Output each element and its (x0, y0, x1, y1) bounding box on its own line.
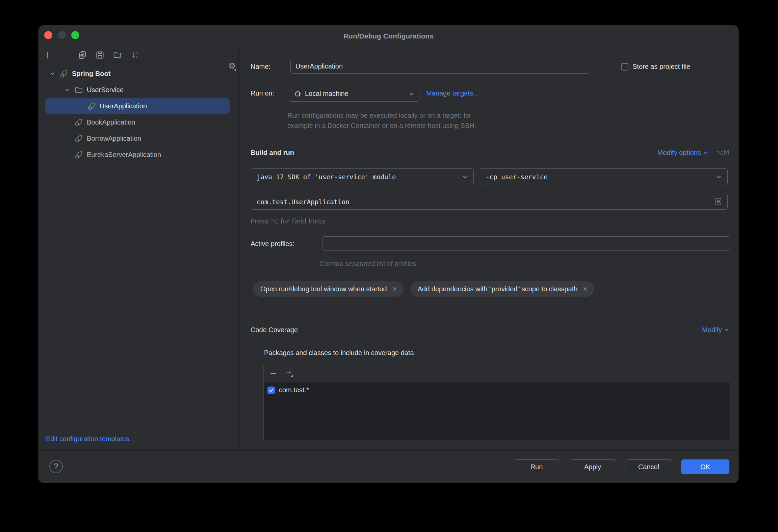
coverage-pattern-row: com.test.* (264, 382, 730, 394)
chevron-down-icon[interactable] (49, 70, 56, 77)
name-label: Name: (251, 63, 270, 71)
store-as-project-file-label: Store as project file (632, 63, 690, 71)
tree-item-label: UserService (87, 86, 124, 94)
tree-item-label: BookApplication (87, 118, 135, 126)
pattern-label[interactable]: com.test.* (279, 386, 309, 394)
configurations-tree: Spring Boot UserService (38, 65, 238, 427)
spring-boot-icon (74, 150, 83, 159)
edit-configuration-templates-link[interactable]: Edit configuration templates... (46, 435, 135, 443)
footer-buttons: Run Apply Cancel OK (513, 459, 729, 474)
active-profiles-input[interactable] (322, 236, 730, 251)
chip-add-provided-dependencies: Add dependencies with “provided” scope t… (410, 281, 595, 297)
spring-boot-icon (59, 69, 69, 78)
tree-item-borrowapplication[interactable]: BorrowApplication (38, 130, 238, 147)
option-chips: Open run/debug tool window when started … (253, 281, 594, 297)
store-as-project-file-checkbox[interactable] (621, 63, 628, 71)
chevron-down-icon (702, 150, 708, 156)
gear-icon[interactable]: ⚙ (228, 61, 236, 71)
chevron-down-icon (716, 174, 722, 180)
tree-item-label: UserApplication (100, 102, 147, 110)
home-icon (294, 90, 302, 98)
new-folder-icon[interactable] (113, 50, 122, 60)
field-hints-tip: Press ⌥ for field hints (251, 217, 325, 225)
remove-icon[interactable] (60, 50, 70, 60)
tree-item-label: Spring Boot (72, 70, 110, 78)
close-icon[interactable] (582, 286, 588, 292)
code-coverage-header-row: Code Coverage Modify (251, 325, 729, 335)
jdk-detail: SDK of 'user-service' module (288, 173, 396, 181)
run-on-label: Run on: (251, 89, 274, 97)
run-button[interactable]: Run (513, 459, 560, 474)
chevron-down-icon (408, 91, 414, 97)
cancel-button[interactable]: Cancel (625, 459, 672, 474)
help-button[interactable]: ? (49, 460, 63, 473)
spring-boot-icon (87, 102, 96, 111)
run-on-value: Local machine (305, 90, 348, 98)
chevron-down-icon[interactable] (63, 86, 71, 94)
coverage-modify-link[interactable]: Modify (702, 326, 729, 334)
store-as-project-file: Store as project file (621, 63, 690, 71)
coverage-table: com.test.* (263, 365, 730, 441)
run-on-dropdown[interactable]: Local machine (289, 86, 419, 102)
run-on-hint: Run configurations may be executed local… (287, 110, 476, 131)
manage-targets-link[interactable]: Manage targets... (426, 89, 479, 97)
tree-item-userservice[interactable]: UserService (38, 82, 238, 98)
dialog-title: Run/Debug Configurations (38, 25, 738, 48)
apply-button[interactable]: Apply (569, 459, 616, 474)
coverage-table-toolbar (264, 365, 730, 382)
tree-item-eurekaserverapplication[interactable]: EurekaServerApplication (38, 147, 238, 163)
pattern-checkbox[interactable] (267, 387, 275, 394)
chip-open-tool-window: Open run/debug tool window when started (253, 281, 404, 297)
ok-button[interactable]: OK (681, 459, 729, 474)
remove-pattern-icon[interactable] (269, 369, 278, 378)
browse-class-icon[interactable] (715, 197, 722, 206)
tree-item-userapplication[interactable]: UserApplication (38, 98, 238, 114)
build-and-run-header-row: Build and run Modify options ⌥M (251, 148, 729, 158)
add-icon[interactable] (43, 50, 52, 60)
dialog-footer: ? Run Apply Cancel OK (38, 450, 738, 483)
cp-prefix: -cp (486, 173, 497, 181)
cp-value: user-service (501, 173, 547, 181)
chip-label: Open run/debug tool window when started (260, 285, 387, 293)
classpath-dropdown[interactable]: -cp user-service (480, 168, 728, 185)
spring-boot-icon (74, 134, 83, 143)
tree-item-bookapplication[interactable]: BookApplication (38, 114, 238, 130)
coverage-packages-label: Packages and classes to include in cover… (264, 349, 414, 357)
coverage-packages-row: Packages and classes to include in cover… (264, 348, 729, 358)
separator (304, 330, 696, 330)
modify-options-shortcut: ⌥M (716, 149, 729, 157)
configuration-form: Name: Store as project file ⚙ Run on: Lo… (239, 48, 738, 450)
chip-label: Add dependencies with “provided” scope t… (418, 285, 578, 293)
active-profiles-hint: Comma separated list of profiles (319, 260, 416, 268)
sidebar-toolbar: a z (38, 48, 238, 62)
chevron-down-icon (462, 174, 468, 180)
tree-item-label: BorrowApplication (87, 135, 141, 142)
separator (420, 353, 729, 353)
coverage-pattern-list: com.test.* (264, 382, 730, 441)
name-input[interactable] (290, 59, 589, 74)
modify-options-link[interactable]: Modify options (657, 149, 708, 157)
code-coverage-header: Code Coverage (251, 326, 298, 334)
jdk-dropdown[interactable]: java 17 SDK of 'user-service' module (251, 168, 474, 185)
close-icon[interactable] (392, 286, 398, 292)
main-class-field[interactable]: com.test.UserApplication (251, 194, 728, 210)
svg-text:z: z (136, 55, 138, 59)
run-debug-configurations-dialog: Run/Debug Configurations (38, 25, 739, 483)
active-profiles-label: Active profiles: (251, 240, 294, 248)
sort-alphabetically-icon[interactable]: a z (130, 50, 140, 60)
copy-icon[interactable] (78, 50, 87, 60)
add-pattern-icon[interactable] (285, 369, 294, 378)
main-class-value: com.test.UserApplication (257, 198, 349, 206)
spring-boot-icon (74, 118, 83, 127)
tree-item-label: EurekaServerApplication (87, 151, 161, 159)
build-and-run-header: Build and run (251, 149, 294, 157)
chevron-down-icon (723, 327, 729, 333)
jdk-value: java 17 (257, 173, 284, 181)
folder-icon (74, 85, 83, 95)
tree-item-spring-boot[interactable]: Spring Boot (38, 65, 238, 82)
titlebar: Run/Debug Configurations (38, 25, 738, 48)
configurations-sidebar: a z Spring Boot (38, 48, 239, 450)
svg-text:a: a (136, 51, 138, 55)
save-icon[interactable] (95, 50, 105, 60)
